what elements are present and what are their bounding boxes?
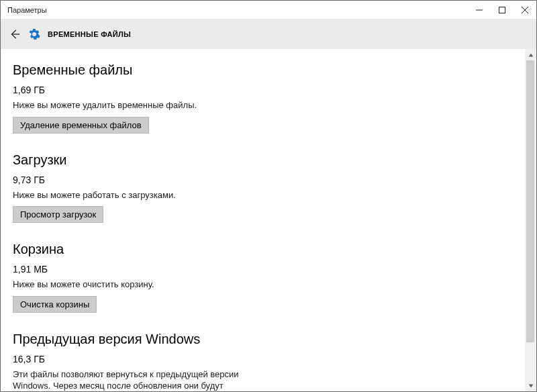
- scroll-content: Временные файлы 1,69 ГБ Ниже вы можете у…: [1, 49, 525, 391]
- maximize-button[interactable]: [491, 1, 514, 19]
- svg-marker-6: [528, 384, 532, 387]
- temp-files-heading: Временные файлы: [13, 62, 513, 78]
- close-button[interactable]: [514, 1, 536, 19]
- previous-windows-size: 16,3 ГБ: [13, 354, 513, 364]
- recycle-bin-size: 1,91 МБ: [13, 264, 513, 275]
- downloads-size: 9,73 ГБ: [13, 175, 513, 185]
- scrollbar-thumb[interactable]: [526, 60, 534, 342]
- minimize-button[interactable]: [468, 1, 491, 19]
- temp-files-size: 1,69 ГБ: [13, 85, 513, 95]
- settings-icon: [28, 28, 41, 41]
- previous-windows-desc: Эти файлы позволяют вернуться к предыдущ…: [13, 369, 241, 391]
- window-title: Параметры: [1, 6, 47, 14]
- recycle-bin-heading: Корзина: [13, 242, 513, 257]
- downloads-heading: Загрузки: [13, 152, 513, 168]
- empty-recycle-bin-button[interactable]: Очистка корзины: [13, 296, 97, 313]
- recycle-bin-desc: Ниже вы можете очистить корзину.: [13, 279, 241, 291]
- header-bar: ВРЕМЕННЫЕ ФАЙЛЫ: [1, 19, 536, 49]
- view-downloads-button[interactable]: Просмотр загрузок: [13, 206, 103, 223]
- previous-windows-heading: Предыдущая версия Windows: [13, 332, 513, 347]
- content-area: Временные файлы 1,69 ГБ Ниже вы можете у…: [1, 49, 536, 391]
- titlebar: Параметры: [1, 1, 536, 19]
- temp-files-desc: Ниже вы можете удалить временные файлы.: [13, 99, 241, 111]
- delete-temp-files-button[interactable]: Удаление временных файлов: [13, 117, 149, 134]
- window-controls: [468, 1, 536, 19]
- scroll-up-arrow-icon[interactable]: [525, 49, 536, 60]
- back-button[interactable]: [5, 24, 25, 44]
- scroll-down-arrow-icon[interactable]: [525, 380, 536, 391]
- svg-rect-1: [499, 7, 505, 13]
- page-title: ВРЕМЕННЫЕ ФАЙЛЫ: [48, 30, 131, 38]
- vertical-scrollbar[interactable]: [525, 49, 536, 391]
- downloads-desc: Ниже вы можете работать с загрузками.: [13, 189, 241, 201]
- settings-window: Параметры ВРЕМЕННЫЕ ФАЙЛЫ Временные файл…: [0, 0, 537, 392]
- svg-marker-5: [528, 53, 532, 56]
